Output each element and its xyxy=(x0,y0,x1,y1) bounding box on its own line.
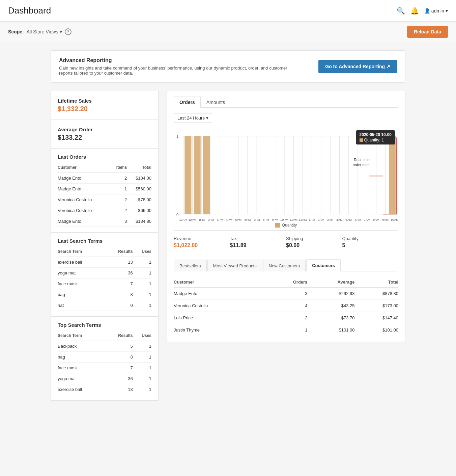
table-row: face mask71 xyxy=(58,363,151,373)
user-menu[interactable]: 👤 admin ▾ xyxy=(424,8,448,14)
chevron-down-icon: ▾ xyxy=(206,115,208,121)
chart-legend: Quantity xyxy=(174,223,398,228)
main-content: Advanced Reporting Gain new insights and… xyxy=(42,42,414,409)
customer-cell: Madge Ento xyxy=(58,173,111,184)
svg-rect-31 xyxy=(389,136,396,214)
uses-cell: 1 xyxy=(133,341,151,352)
store-views-select[interactable]: All Store Views ▾ xyxy=(27,29,62,34)
time-range-label: Last 24 Hours xyxy=(177,115,205,121)
svg-text:1: 1 xyxy=(176,134,178,138)
quantity-value: 5 xyxy=(342,242,399,248)
lifetime-sales-block: Lifetime Sales $1,332.20 xyxy=(51,91,159,120)
table-row: bag81 xyxy=(58,352,151,363)
ar-title: Advanced Reporting xyxy=(59,57,295,63)
tab-customers[interactable]: Customers xyxy=(306,260,341,271)
svg-text:12AM: 12AM xyxy=(299,218,307,221)
scope-left: Scope: All Store Views ▾ ? xyxy=(8,28,72,35)
term-cell: Backpack xyxy=(58,341,105,352)
customer-cell: Veronica Costello xyxy=(174,300,268,312)
shipping-label: Shipping xyxy=(286,236,342,241)
customers-table: Customer Orders Average Total Madge Ento… xyxy=(174,277,398,336)
customer-cell: Lois Price xyxy=(174,312,268,324)
scope-label: Scope: xyxy=(8,29,24,34)
col-total: Total xyxy=(127,164,151,173)
results-cell: 8 xyxy=(105,352,133,363)
orders-cell: 2 xyxy=(268,312,308,324)
svg-rect-30 xyxy=(203,136,210,214)
go-to-advanced-reporting-button[interactable]: Go to Advanced Reporting ↗ xyxy=(318,60,397,73)
svg-text:2PM: 2PM xyxy=(208,218,214,221)
scope-bar: Scope: All Store Views ▾ ? Reload Data xyxy=(0,22,456,42)
col-results: Results xyxy=(105,248,133,257)
right-panel: Orders Amounts Last 24 Hours ▾ 1 0 xyxy=(167,91,405,401)
help-icon[interactable]: ? xyxy=(65,28,72,35)
realtime-label: Real-timeorder data xyxy=(353,157,370,168)
svg-text:1PM: 1PM xyxy=(198,218,205,221)
items-cell: 2 xyxy=(111,194,127,205)
stat-quantity: Quantity 5 xyxy=(342,236,399,248)
last-search-terms-table: Search Term Results Uses exercise ball13… xyxy=(58,248,151,311)
tooltip-dot-icon xyxy=(360,138,363,142)
stat-tax: Tax $11.89 xyxy=(230,236,286,248)
stat-shipping: Shipping $0.00 xyxy=(286,236,342,248)
top-search-terms-section: Top Search Terms Search Term Results Use… xyxy=(51,317,159,401)
tab-amounts[interactable]: Amounts xyxy=(201,97,231,108)
svg-rect-29 xyxy=(194,136,201,214)
table-row: Veronica Costello2$78.00 xyxy=(58,194,151,205)
customer-cell: Madge Ento xyxy=(58,216,111,227)
table-row: bag81 xyxy=(58,289,151,300)
table-row: yoga mat361 xyxy=(58,373,151,384)
lifetime-sales-label: Lifetime Sales xyxy=(58,98,151,104)
bell-icon[interactable]: 🔔 xyxy=(410,7,419,15)
term-cell: face mask xyxy=(58,279,105,289)
chart-section: Orders Amounts Last 24 Hours ▾ 1 0 xyxy=(167,91,405,254)
tooltip-qty-value: 1 xyxy=(382,138,384,142)
svg-text:5AM: 5AM xyxy=(345,218,352,221)
average-order-label: Average Order xyxy=(58,127,151,132)
uses-cell: 1 xyxy=(133,268,151,279)
tab-new-customers[interactable]: New Customers xyxy=(263,260,306,271)
average-cell: $292.93 xyxy=(307,288,354,300)
table-row: Madge Ento3$292.93$878.80 xyxy=(174,288,398,300)
results-cell: 5 xyxy=(105,341,133,352)
svg-text:4PM: 4PM xyxy=(226,218,232,221)
total-cell: $134.80 xyxy=(127,216,151,227)
tab-bestsellers[interactable]: Bestsellers xyxy=(174,260,207,271)
table-row: Lois Price2$73.70$147.40 xyxy=(174,312,398,324)
tax-value: $11.89 xyxy=(230,242,286,248)
tab-orders[interactable]: Orders xyxy=(174,97,201,108)
ar-description: Gain new insights and take command of yo… xyxy=(59,65,295,76)
col-orders: Orders xyxy=(268,277,308,288)
reload-button[interactable]: Reload Data xyxy=(407,26,448,38)
total-cell: $560.00 xyxy=(127,184,151,194)
svg-text:9AM: 9AM xyxy=(382,218,389,221)
table-row: Madge Ento3$134.80 xyxy=(58,216,151,227)
results-cell: 7 xyxy=(105,279,133,289)
svg-text:7AM: 7AM xyxy=(364,218,370,221)
svg-text:1AM: 1AM xyxy=(309,218,315,221)
table-row: Backpack51 xyxy=(58,341,151,352)
stat-revenue: Revenue $1,022.80 xyxy=(174,236,230,248)
col-customer-name: Customer xyxy=(174,277,268,288)
uses-cell: 1 xyxy=(133,352,151,363)
items-cell: 1 xyxy=(111,184,127,194)
tooltip-date: 2020-05-20 10:00 xyxy=(360,132,392,137)
average-cell: $73.70 xyxy=(307,312,354,324)
last-orders-title: Last Orders xyxy=(58,154,151,160)
term-cell: face mask xyxy=(58,363,105,373)
results-cell: 36 xyxy=(105,268,133,279)
tab-most-viewed-products[interactable]: Most Viewed Products xyxy=(207,260,262,271)
advanced-reporting-section: Advanced Reporting Gain new insights and… xyxy=(51,50,405,83)
term-cell: hat xyxy=(58,300,105,311)
last-orders-table: Customer Items Total Madge Ento2$184.00M… xyxy=(58,164,151,227)
term-cell: exercise ball xyxy=(58,257,105,268)
svg-text:4AM: 4AM xyxy=(336,218,343,221)
average-order-value: $133.22 xyxy=(58,134,151,141)
ar-text: Advanced Reporting Gain new insights and… xyxy=(59,57,295,76)
search-icon[interactable]: 🔍 xyxy=(397,7,405,15)
table-row: yoga mat361 xyxy=(58,268,151,279)
time-range-select[interactable]: Last 24 Hours ▾ xyxy=(174,113,212,123)
svg-text:6PM: 6PM xyxy=(245,218,251,221)
lifetime-sales-value: $1,332.20 xyxy=(58,105,151,113)
items-cell: 2 xyxy=(111,173,127,184)
